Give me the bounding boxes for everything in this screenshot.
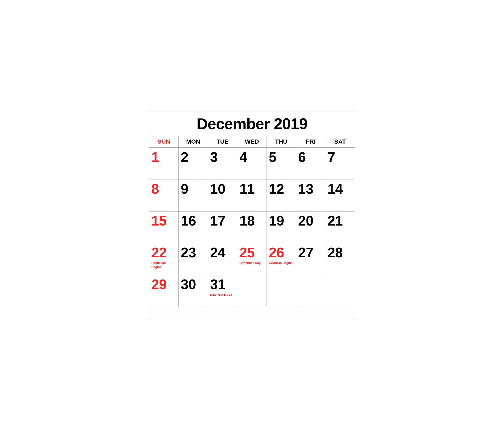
day-number: 23 (181, 245, 206, 260)
day-cell-27: 27 (296, 243, 325, 275)
day-cell-empty (267, 275, 296, 307)
day-cell-3: 3 (208, 148, 237, 180)
day-number: 16 (181, 213, 206, 228)
day-cell-31: 31New Year's Eve (208, 275, 237, 307)
day-number: 8 (152, 182, 176, 197)
day-number: 30 (181, 277, 206, 292)
day-number: 17 (210, 213, 235, 228)
day-number: 9 (181, 182, 206, 197)
calendar-title: December 2019 (149, 111, 355, 136)
day-cell-13: 13 (296, 180, 325, 211)
day-cell-1: 1 (149, 148, 179, 180)
day-header-mon: MON (179, 136, 208, 147)
day-number: 24 (210, 245, 235, 260)
day-number: 27 (298, 245, 323, 260)
day-cell-empty (237, 275, 267, 307)
day-cell-19: 19 (267, 211, 296, 243)
day-header-tue: TUE (208, 136, 237, 147)
day-number: 6 (298, 150, 323, 165)
day-number: 18 (239, 213, 264, 228)
day-number: 14 (328, 182, 353, 197)
day-header-fri: FRI (296, 136, 325, 147)
day-cell-17: 17 (208, 211, 237, 243)
day-cell-24: 24 (208, 243, 237, 275)
day-cell-5: 5 (267, 148, 296, 180)
day-header-thu: THU (267, 136, 296, 147)
day-cell-14: 14 (325, 180, 355, 211)
day-number: 1 (152, 150, 176, 165)
day-number: 21 (328, 213, 353, 228)
day-cell-23: 23 (179, 243, 208, 275)
day-number: 7 (328, 150, 353, 165)
day-cell-2: 2 (179, 148, 208, 180)
day-number: 22 (152, 245, 176, 260)
holiday-label: Christmas Day (239, 261, 264, 265)
holiday-label: Kwanzaa Begins (269, 261, 294, 265)
day-cell-empty (296, 275, 325, 307)
day-headers: SUNMONTUEWEDTHUFRISAT (149, 136, 355, 148)
day-number: 25 (239, 245, 264, 260)
day-header-sun: SUN (149, 136, 179, 147)
day-cell-4: 4 (237, 148, 267, 180)
calendar: December 2019 SUNMONTUEWEDTHUFRISAT 1234… (149, 111, 355, 319)
day-number: 20 (298, 213, 323, 228)
day-cell-6: 6 (296, 148, 325, 180)
day-cell-30: 30 (179, 275, 208, 307)
day-cell-20: 20 (296, 211, 325, 243)
day-number: 19 (269, 213, 294, 228)
day-number: 31 (210, 277, 235, 292)
day-number: 13 (298, 182, 323, 197)
day-cell-18: 18 (237, 211, 267, 243)
day-cell-10: 10 (208, 180, 237, 211)
day-cell-7: 7 (325, 148, 355, 180)
day-number: 2 (181, 150, 206, 165)
day-number: 5 (269, 150, 294, 165)
day-number: 11 (239, 182, 264, 197)
day-number: 15 (152, 213, 176, 228)
day-number: 29 (152, 277, 176, 292)
day-cell-21: 21 (325, 211, 355, 243)
day-number: 12 (269, 182, 294, 197)
day-cell-25: 25Christmas Day (237, 243, 267, 275)
day-cell-8: 8 (149, 180, 179, 211)
day-number: 28 (328, 245, 353, 260)
day-cell-29: 29 (149, 275, 179, 307)
day-number: 4 (239, 150, 264, 165)
day-number: 3 (210, 150, 235, 165)
day-cell-16: 16 (179, 211, 208, 243)
day-cell-11: 11 (237, 180, 267, 211)
day-cell-22: 22Hanukkah Begins (149, 243, 179, 275)
day-header-wed: WED (237, 136, 267, 147)
calendar-footer (149, 307, 355, 319)
day-cell-12: 12 (267, 180, 296, 211)
day-cell-empty (325, 275, 355, 307)
day-cell-28: 28 (325, 243, 355, 275)
holiday-label: New Year's Eve (210, 293, 235, 297)
day-number: 10 (210, 182, 235, 197)
holiday-label: Hanukkah Begins (152, 261, 176, 269)
day-header-sat: SAT (325, 136, 355, 147)
day-number: 26 (269, 245, 294, 260)
day-cell-15: 15 (149, 211, 179, 243)
day-cell-9: 9 (179, 180, 208, 211)
day-cell-26: 26Kwanzaa Begins (267, 243, 296, 275)
calendar-body: 12345678910111213141516171819202122Hanuk… (149, 148, 355, 307)
